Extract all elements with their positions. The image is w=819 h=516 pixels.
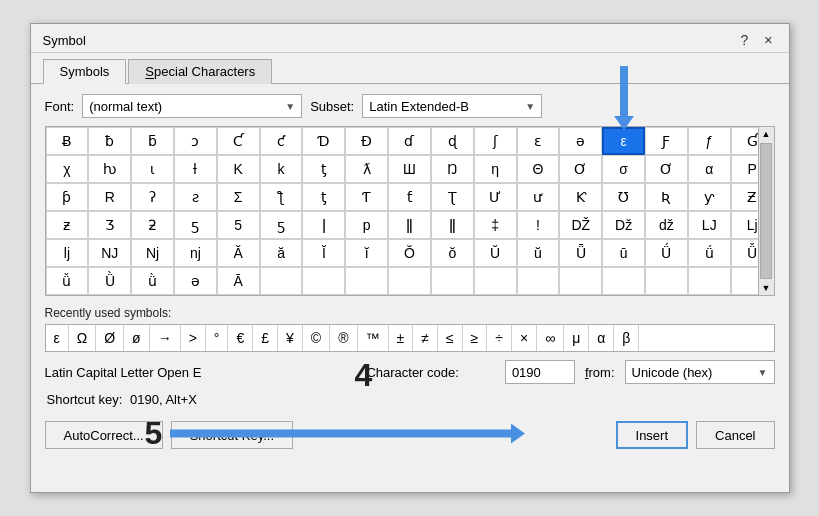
symbol-cell[interactable]: ƶ (46, 211, 89, 239)
symbol-cell[interactable]: nj (174, 239, 217, 267)
subset-select[interactable]: Latin Extended-B ▼ (362, 94, 542, 118)
symbol-cell[interactable]: ‡ (474, 211, 517, 239)
symbol-cell[interactable] (260, 267, 303, 295)
recent-symbol-cell[interactable]: ε (46, 325, 69, 351)
symbol-cell[interactable]: ƥ (46, 183, 89, 211)
symbol-cell[interactable]: α (688, 155, 731, 183)
symbol-cell[interactable]: ƫ (302, 183, 345, 211)
symbol-cell[interactable]: k (260, 155, 303, 183)
symbol-cell[interactable]: Ơ (559, 155, 602, 183)
symbol-cell[interactable]: ɩ (131, 155, 174, 183)
symbol-cell[interactable]: Ƀ (46, 127, 89, 155)
symbol-cell[interactable]: ư (517, 183, 560, 211)
symbol-cell[interactable]: Σ (217, 183, 260, 211)
help-button[interactable]: ? (737, 32, 753, 48)
symbol-cell[interactable]: Ƭ (345, 183, 388, 211)
symbol-cell[interactable]: Ŭ (474, 239, 517, 267)
recent-symbol-cell[interactable]: ° (206, 325, 229, 351)
shortcut-key-button[interactable]: Shortcut Key... (171, 421, 293, 449)
symbol-cell[interactable]: ǜ (131, 267, 174, 295)
recent-symbol-cell[interactable]: £ (253, 325, 278, 351)
symbol-cell[interactable]: 5 (217, 211, 260, 239)
recent-symbol-cell[interactable]: β (614, 325, 639, 351)
insert-button[interactable]: Insert (616, 421, 689, 449)
recent-symbol-cell[interactable]: ® (330, 325, 357, 351)
font-select[interactable]: (normal text) ▼ (82, 94, 302, 118)
symbol-cell[interactable]: Ā (217, 267, 260, 295)
symbol-cell[interactable]: ƨ (174, 183, 217, 211)
symbol-cell[interactable] (474, 267, 517, 295)
symbol-cell[interactable]: lj (46, 239, 89, 267)
symbol-cell[interactable]: σ (602, 155, 645, 183)
symbol-cell[interactable]: ǁ (388, 211, 431, 239)
symbol-cell[interactable]: ū (602, 239, 645, 267)
symbol-cell[interactable]: ʔ (131, 183, 174, 211)
recent-symbol-cell[interactable]: μ (564, 325, 589, 351)
symbol-cell[interactable]: Ǜ (88, 267, 131, 295)
symbol-cell[interactable]: NJ (88, 239, 131, 267)
symbol-cell[interactable]: Ʀ (645, 183, 688, 211)
symbol-cell[interactable]: Ƈ (217, 127, 260, 155)
char-code-input[interactable] (505, 360, 575, 384)
symbol-cell[interactable]: ! (517, 211, 560, 239)
recent-symbol-cell[interactable]: © (303, 325, 330, 351)
recent-symbol-cell[interactable]: → (150, 325, 181, 351)
symbol-cell[interactable] (602, 267, 645, 295)
symbol-cell[interactable]: ƭ (388, 183, 431, 211)
symbol-cell[interactable] (345, 267, 388, 295)
symbol-cell[interactable]: ƽ (260, 211, 303, 239)
symbol-cell[interactable]: Ŋ (431, 155, 474, 183)
close-button[interactable]: × (760, 32, 776, 48)
tab-special-characters[interactable]: Special Characters (128, 59, 272, 84)
symbol-cell[interactable]: ƫ (302, 155, 345, 183)
symbol-cell[interactable]: Ǘ (645, 239, 688, 267)
symbol-cell[interactable]: ƪ (260, 183, 303, 211)
symbol-cell[interactable]: ƕ (88, 155, 131, 183)
symbol-cell[interactable]: p (345, 211, 388, 239)
symbol-cell[interactable]: Ɖ (345, 127, 388, 155)
recent-symbol-cell[interactable]: ™ (358, 325, 389, 351)
symbol-cell[interactable]: Ʈ (431, 183, 474, 211)
symbol-cell[interactable] (431, 267, 474, 295)
symbol-cell[interactable]: Ơ (645, 155, 688, 183)
symbol-cell[interactable]: Ƒ (645, 127, 688, 155)
symbol-cell[interactable]: η (474, 155, 517, 183)
symbol-cell[interactable]: ɗ (388, 127, 431, 155)
recent-symbol-cell[interactable]: ≥ (463, 325, 488, 351)
symbol-cell[interactable]: ƴ (688, 183, 731, 211)
symbol-cell[interactable] (517, 267, 560, 295)
symbol-cell[interactable]: Ш (388, 155, 431, 183)
symbol-cell[interactable]: ƚ (174, 155, 217, 183)
cancel-button[interactable]: Cancel (696, 421, 774, 449)
recent-symbol-cell[interactable]: ø (124, 325, 150, 351)
symbol-cell[interactable]: ƒ (688, 127, 731, 155)
recent-symbol-cell[interactable]: α (589, 325, 614, 351)
recent-symbol-cell[interactable]: ∞ (537, 325, 564, 351)
symbol-cell[interactable]: DŽ (559, 211, 602, 239)
recent-symbol-cell[interactable]: € (228, 325, 253, 351)
recent-symbol-cell[interactable]: × (512, 325, 537, 351)
symbol-cell[interactable]: ʃ (474, 127, 517, 155)
symbol-cell[interactable]: Dž (602, 211, 645, 239)
tab-symbols[interactable]: Symbols (43, 59, 127, 84)
symbol-cell[interactable]: ɔ (174, 127, 217, 155)
autocorrect-button[interactable]: AutoCorrect... (45, 421, 163, 449)
symbol-cell[interactable]: Ʒ (88, 211, 131, 239)
symbol-cell[interactable]: Ư (474, 183, 517, 211)
symbol-cell[interactable] (388, 267, 431, 295)
symbol-cell[interactable]: ǘ (688, 239, 731, 267)
recent-symbol-cell[interactable]: ¥ (278, 325, 303, 351)
symbol-cell[interactable] (645, 267, 688, 295)
symbol-cell[interactable] (688, 267, 731, 295)
symbol-cell[interactable]: Ɗ (302, 127, 345, 155)
symbol-cell[interactable]: R (88, 183, 131, 211)
symbol-cell[interactable]: ə (559, 127, 602, 155)
recent-symbol-cell[interactable]: ≠ (413, 325, 438, 351)
symbol-cell[interactable]: Ă (217, 239, 260, 267)
symbol-cell[interactable]: LJ (688, 211, 731, 239)
symbol-cell[interactable]: ε (602, 127, 645, 155)
symbol-cell[interactable]: ǁ (431, 211, 474, 239)
symbol-cell[interactable]: Ʊ (602, 183, 645, 211)
symbol-cell[interactable]: Ĭ (302, 239, 345, 267)
symbol-cell[interactable]: ĭ (345, 239, 388, 267)
